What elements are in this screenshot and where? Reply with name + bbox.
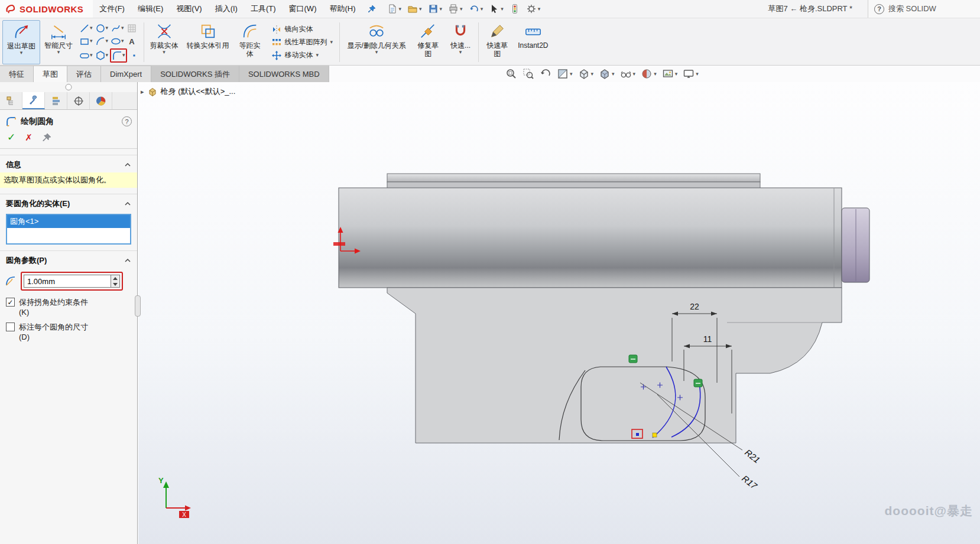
entities-section-header[interactable]: 要圆角化的实体(E) — [0, 194, 137, 211]
tab-dimxpert[interactable]: DimXpert — [101, 66, 151, 82]
search-input[interactable]: 搜索 SOLIDW — [888, 4, 936, 14]
radius-spinner[interactable] — [111, 275, 120, 288]
dimension-each-checkbox[interactable] — [6, 323, 15, 331]
radius-label-r17[interactable]: R17 — [740, 473, 760, 491]
menu-edit[interactable]: 编辑(E) — [131, 0, 170, 18]
dimension-11-value[interactable]: 11 — [703, 334, 712, 344]
panel-splitter-handle[interactable] — [135, 295, 141, 317]
trim-entities-button[interactable]: 剪裁实体 ▾ — [146, 20, 183, 64]
menu-window[interactable]: 窗口(W) — [283, 0, 323, 18]
exit-sketch-button[interactable]: 退出草图 ▾ — [2, 20, 40, 64]
circle-tool-button[interactable]: ▾ — [95, 22, 109, 34]
select-button[interactable]: ▾ — [486, 2, 506, 15]
smart-dimension-button[interactable]: 智能尺寸 ▾ — [40, 20, 77, 64]
fillet-radius-input[interactable] — [24, 275, 111, 288]
zoom-fit-button[interactable] — [505, 68, 517, 80]
pin-menu-button[interactable] — [362, 4, 381, 14]
zoom-area-button[interactable] — [523, 68, 534, 80]
section-view-button[interactable]: ▾ — [557, 68, 573, 80]
dimension-22-value[interactable]: 22 — [690, 302, 699, 311]
sketch-picture-tool-button[interactable] — [126, 22, 138, 34]
tab-configurationmanager[interactable] — [45, 92, 67, 109]
save-button[interactable]: ▾ — [426, 2, 445, 15]
selected-entity-item[interactable]: 圆角<1> — [7, 215, 130, 228]
linear-sketch-pattern-button[interactable]: 线性草图阵列 ▾ — [271, 37, 333, 48]
radius-label-r21[interactable]: R21 — [743, 447, 762, 465]
view-orientation-button[interactable]: ▾ — [578, 68, 594, 80]
menu-file[interactable]: 文件(F) — [93, 0, 131, 18]
open-caret-icon: ▾ — [419, 6, 422, 12]
part-end-cap[interactable] — [842, 208, 869, 282]
sketch-fillet-tool-button[interactable]: ▾ — [111, 50, 126, 61]
view-settings-button[interactable]: ▾ — [683, 68, 699, 80]
undo-caret-icon: ▾ — [481, 6, 483, 12]
scene-button[interactable]: ▾ — [662, 68, 678, 80]
feature-tree-flyout[interactable]: ▸ 枪身 (默认<<默认>_... — [141, 86, 235, 97]
hide-show-items-button[interactable]: ▾ — [620, 68, 636, 80]
search-box[interactable]: ? 搜索 SOLIDW — [868, 0, 980, 18]
ok-button[interactable]: ✓ — [7, 131, 15, 144]
edit-appearance-button[interactable]: ▾ — [641, 68, 657, 80]
tab-evaluate[interactable]: 评估 — [67, 66, 101, 82]
convert-entities-button[interactable]: 转换实体引用 — [183, 20, 233, 64]
tab-dimxpertmanager[interactable] — [67, 92, 90, 109]
tab-propertymanager[interactable] — [22, 92, 45, 109]
tree-expand-arrow-icon[interactable]: ▸ — [141, 88, 144, 96]
cancel-button[interactable]: ✗ — [25, 132, 33, 143]
slot-tool-icon — [79, 50, 90, 61]
line-tool-button[interactable]: ▾ — [79, 22, 93, 34]
keep-corners-checkbox[interactable]: ✓ — [6, 298, 15, 307]
point-tool-button[interactable] — [128, 50, 140, 61]
undo-button[interactable]: ▾ — [466, 2, 486, 15]
menu-help[interactable]: 帮助(H) — [323, 0, 362, 18]
print-button[interactable]: ▾ — [446, 2, 465, 15]
keep-visible-pin-icon[interactable] — [42, 133, 51, 142]
rebuild-button[interactable] — [507, 2, 523, 15]
part-top-rail[interactable] — [387, 174, 760, 190]
panel-collapse-button[interactable] — [66, 84, 72, 90]
display-style-button[interactable]: ▾ — [599, 68, 615, 80]
tab-addins[interactable]: SOLIDWORKS 插件 — [151, 66, 239, 82]
menu-insert[interactable]: 插入(I) — [209, 0, 244, 18]
viewport-canvas[interactable]: R21 R17 22 11 — [138, 82, 980, 544]
repair-sketch-button[interactable]: 修复草图 — [411, 20, 444, 64]
quick-snaps-button[interactable]: 快速... ▾ — [444, 20, 476, 64]
menu-view[interactable]: 视图(V) — [170, 0, 208, 18]
parameters-section-header[interactable]: 圆角参数(P) — [0, 251, 137, 268]
slot-tool-button[interactable]: ▾ — [79, 50, 93, 61]
tab-mbd[interactable]: SOLIDWORKS MBD — [239, 66, 329, 82]
instant2d-button[interactable]: Instant2D — [514, 20, 552, 64]
spline-tool-button[interactable]: ▾ — [110, 22, 125, 34]
rapid-sketch-button[interactable]: 快速草图 — [481, 20, 514, 64]
polygon-tool-button[interactable]: ▾ — [95, 50, 109, 61]
property-manager-help-icon[interactable]: ? — [122, 116, 132, 126]
tab-displaymanager[interactable] — [90, 92, 112, 109]
entities-listbox[interactable]: 圆角<1> — [6, 214, 131, 245]
mirror-entities-button[interactable]: 镜向实体 — [271, 24, 333, 35]
display-delete-relations-button[interactable]: 显示/删除几何关系 ▾ — [342, 20, 411, 64]
offset-entities-button[interactable]: 等距实体 — [233, 20, 267, 64]
open-document-button[interactable]: ▾ — [405, 2, 424, 15]
ellipse-tool-button[interactable]: ▾ — [110, 35, 125, 47]
text-tool-button[interactable]: A — [126, 35, 138, 47]
options-button[interactable]: ▾ — [524, 2, 543, 15]
part-main-body[interactable] — [339, 188, 842, 288]
menu-tools[interactable]: 工具(T) — [244, 0, 283, 18]
new-document-button[interactable]: ▾ — [385, 2, 404, 15]
tab-sketch[interactable]: 草图 — [34, 66, 67, 82]
propertymanager-wrench-icon — [28, 95, 39, 106]
arc-tool-button[interactable]: ▾ — [95, 35, 109, 47]
tab-features[interactable]: 特征 — [0, 66, 34, 82]
help-icon[interactable]: ? — [874, 4, 884, 14]
spinner-down-button[interactable] — [111, 281, 119, 287]
message-section-header[interactable]: 信息 — [0, 155, 137, 172]
feature-tree-item-label[interactable]: 枪身 (默认<<默认>_... — [161, 86, 236, 97]
tab-featuremanager[interactable] — [0, 92, 22, 109]
rectangle-tool-button[interactable]: ▾ — [79, 35, 93, 47]
part-lower-body[interactable] — [387, 288, 842, 443]
spinner-up-button[interactable] — [111, 275, 119, 281]
previous-view-button[interactable] — [540, 68, 551, 80]
move-entities-button[interactable]: 移动实体 ▾ — [271, 50, 333, 61]
arc-caret-icon: ▾ — [106, 38, 109, 44]
graphics-viewport[interactable]: R21 R17 22 11 — [138, 82, 980, 544]
